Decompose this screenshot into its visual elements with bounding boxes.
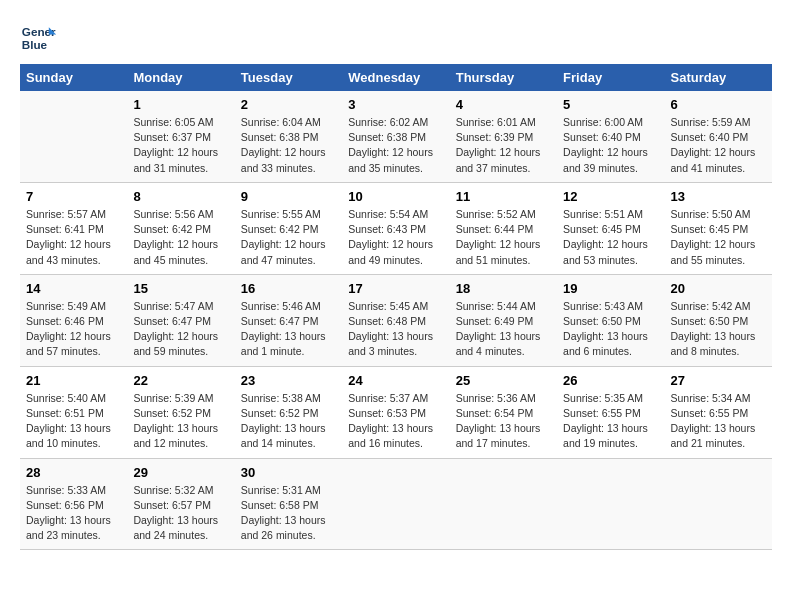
weekday-header-thursday: Thursday — [450, 64, 557, 91]
day-info: Sunrise: 5:31 AMSunset: 6:58 PMDaylight:… — [241, 483, 336, 544]
calendar-cell — [557, 458, 664, 550]
calendar-cell: 18Sunrise: 5:44 AMSunset: 6:49 PMDayligh… — [450, 274, 557, 366]
day-number: 2 — [241, 97, 336, 112]
calendar-week-row: 14Sunrise: 5:49 AMSunset: 6:46 PMDayligh… — [20, 274, 772, 366]
weekday-header-wednesday: Wednesday — [342, 64, 449, 91]
day-number: 27 — [671, 373, 766, 388]
calendar-cell: 22Sunrise: 5:39 AMSunset: 6:52 PMDayligh… — [127, 366, 234, 458]
calendar-cell: 28Sunrise: 5:33 AMSunset: 6:56 PMDayligh… — [20, 458, 127, 550]
weekday-header-row: SundayMondayTuesdayWednesdayThursdayFrid… — [20, 64, 772, 91]
calendar-table: SundayMondayTuesdayWednesdayThursdayFrid… — [20, 64, 772, 550]
day-number: 1 — [133, 97, 228, 112]
weekday-header-sunday: Sunday — [20, 64, 127, 91]
day-number: 22 — [133, 373, 228, 388]
calendar-cell: 14Sunrise: 5:49 AMSunset: 6:46 PMDayligh… — [20, 274, 127, 366]
calendar-cell: 12Sunrise: 5:51 AMSunset: 6:45 PMDayligh… — [557, 182, 664, 274]
day-number: 24 — [348, 373, 443, 388]
day-info: Sunrise: 5:55 AMSunset: 6:42 PMDaylight:… — [241, 207, 336, 268]
calendar-cell: 3Sunrise: 6:02 AMSunset: 6:38 PMDaylight… — [342, 91, 449, 182]
calendar-week-row: 7Sunrise: 5:57 AMSunset: 6:41 PMDaylight… — [20, 182, 772, 274]
calendar-week-row: 28Sunrise: 5:33 AMSunset: 6:56 PMDayligh… — [20, 458, 772, 550]
calendar-cell: 26Sunrise: 5:35 AMSunset: 6:55 PMDayligh… — [557, 366, 664, 458]
day-number: 30 — [241, 465, 336, 480]
calendar-cell: 23Sunrise: 5:38 AMSunset: 6:52 PMDayligh… — [235, 366, 342, 458]
calendar-cell: 9Sunrise: 5:55 AMSunset: 6:42 PMDaylight… — [235, 182, 342, 274]
day-info: Sunrise: 5:44 AMSunset: 6:49 PMDaylight:… — [456, 299, 551, 360]
day-info: Sunrise: 5:32 AMSunset: 6:57 PMDaylight:… — [133, 483, 228, 544]
calendar-cell: 24Sunrise: 5:37 AMSunset: 6:53 PMDayligh… — [342, 366, 449, 458]
day-info: Sunrise: 6:04 AMSunset: 6:38 PMDaylight:… — [241, 115, 336, 176]
calendar-cell: 11Sunrise: 5:52 AMSunset: 6:44 PMDayligh… — [450, 182, 557, 274]
day-number: 29 — [133, 465, 228, 480]
day-number: 21 — [26, 373, 121, 388]
calendar-cell: 13Sunrise: 5:50 AMSunset: 6:45 PMDayligh… — [665, 182, 772, 274]
calendar-cell: 16Sunrise: 5:46 AMSunset: 6:47 PMDayligh… — [235, 274, 342, 366]
calendar-cell: 15Sunrise: 5:47 AMSunset: 6:47 PMDayligh… — [127, 274, 234, 366]
day-info: Sunrise: 5:36 AMSunset: 6:54 PMDaylight:… — [456, 391, 551, 452]
weekday-header-friday: Friday — [557, 64, 664, 91]
calendar-cell: 30Sunrise: 5:31 AMSunset: 6:58 PMDayligh… — [235, 458, 342, 550]
day-number: 9 — [241, 189, 336, 204]
day-number: 25 — [456, 373, 551, 388]
day-info: Sunrise: 5:34 AMSunset: 6:55 PMDaylight:… — [671, 391, 766, 452]
calendar-cell — [665, 458, 772, 550]
weekday-header-saturday: Saturday — [665, 64, 772, 91]
day-number: 26 — [563, 373, 658, 388]
day-info: Sunrise: 5:39 AMSunset: 6:52 PMDaylight:… — [133, 391, 228, 452]
day-info: Sunrise: 5:52 AMSunset: 6:44 PMDaylight:… — [456, 207, 551, 268]
day-number: 28 — [26, 465, 121, 480]
calendar-cell: 29Sunrise: 5:32 AMSunset: 6:57 PMDayligh… — [127, 458, 234, 550]
day-info: Sunrise: 5:43 AMSunset: 6:50 PMDaylight:… — [563, 299, 658, 360]
calendar-cell: 4Sunrise: 6:01 AMSunset: 6:39 PMDaylight… — [450, 91, 557, 182]
page-header: General Blue — [20, 20, 772, 56]
day-number: 4 — [456, 97, 551, 112]
calendar-cell — [342, 458, 449, 550]
day-number: 10 — [348, 189, 443, 204]
logo: General Blue — [20, 20, 62, 56]
calendar-cell: 20Sunrise: 5:42 AMSunset: 6:50 PMDayligh… — [665, 274, 772, 366]
day-number: 14 — [26, 281, 121, 296]
calendar-cell: 21Sunrise: 5:40 AMSunset: 6:51 PMDayligh… — [20, 366, 127, 458]
calendar-cell: 10Sunrise: 5:54 AMSunset: 6:43 PMDayligh… — [342, 182, 449, 274]
day-info: Sunrise: 5:54 AMSunset: 6:43 PMDaylight:… — [348, 207, 443, 268]
weekday-header-tuesday: Tuesday — [235, 64, 342, 91]
day-info: Sunrise: 5:46 AMSunset: 6:47 PMDaylight:… — [241, 299, 336, 360]
day-number: 15 — [133, 281, 228, 296]
calendar-week-row: 1Sunrise: 6:05 AMSunset: 6:37 PMDaylight… — [20, 91, 772, 182]
calendar-cell — [450, 458, 557, 550]
calendar-cell: 2Sunrise: 6:04 AMSunset: 6:38 PMDaylight… — [235, 91, 342, 182]
day-info: Sunrise: 5:37 AMSunset: 6:53 PMDaylight:… — [348, 391, 443, 452]
day-number: 12 — [563, 189, 658, 204]
day-number: 3 — [348, 97, 443, 112]
day-info: Sunrise: 5:42 AMSunset: 6:50 PMDaylight:… — [671, 299, 766, 360]
weekday-header-monday: Monday — [127, 64, 234, 91]
day-number: 16 — [241, 281, 336, 296]
day-info: Sunrise: 5:33 AMSunset: 6:56 PMDaylight:… — [26, 483, 121, 544]
day-number: 23 — [241, 373, 336, 388]
day-number: 5 — [563, 97, 658, 112]
day-number: 20 — [671, 281, 766, 296]
day-info: Sunrise: 5:38 AMSunset: 6:52 PMDaylight:… — [241, 391, 336, 452]
day-number: 13 — [671, 189, 766, 204]
day-info: Sunrise: 6:01 AMSunset: 6:39 PMDaylight:… — [456, 115, 551, 176]
calendar-cell: 1Sunrise: 6:05 AMSunset: 6:37 PMDaylight… — [127, 91, 234, 182]
logo-icon: General Blue — [20, 20, 56, 56]
day-info: Sunrise: 5:57 AMSunset: 6:41 PMDaylight:… — [26, 207, 121, 268]
day-info: Sunrise: 6:02 AMSunset: 6:38 PMDaylight:… — [348, 115, 443, 176]
calendar-cell: 7Sunrise: 5:57 AMSunset: 6:41 PMDaylight… — [20, 182, 127, 274]
calendar-cell: 6Sunrise: 5:59 AMSunset: 6:40 PMDaylight… — [665, 91, 772, 182]
day-number: 17 — [348, 281, 443, 296]
calendar-cell: 27Sunrise: 5:34 AMSunset: 6:55 PMDayligh… — [665, 366, 772, 458]
day-info: Sunrise: 5:40 AMSunset: 6:51 PMDaylight:… — [26, 391, 121, 452]
day-number: 6 — [671, 97, 766, 112]
calendar-cell: 19Sunrise: 5:43 AMSunset: 6:50 PMDayligh… — [557, 274, 664, 366]
day-info: Sunrise: 5:50 AMSunset: 6:45 PMDaylight:… — [671, 207, 766, 268]
calendar-cell: 17Sunrise: 5:45 AMSunset: 6:48 PMDayligh… — [342, 274, 449, 366]
day-info: Sunrise: 5:35 AMSunset: 6:55 PMDaylight:… — [563, 391, 658, 452]
calendar-cell: 5Sunrise: 6:00 AMSunset: 6:40 PMDaylight… — [557, 91, 664, 182]
day-number: 7 — [26, 189, 121, 204]
svg-text:Blue: Blue — [22, 38, 48, 51]
calendar-cell: 25Sunrise: 5:36 AMSunset: 6:54 PMDayligh… — [450, 366, 557, 458]
day-number: 19 — [563, 281, 658, 296]
day-info: Sunrise: 5:56 AMSunset: 6:42 PMDaylight:… — [133, 207, 228, 268]
